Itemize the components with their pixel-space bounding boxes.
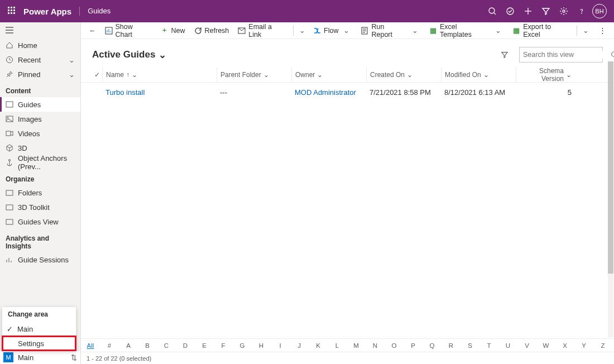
run-report-button[interactable]: Run Report⌄ — [357, 23, 424, 39]
email-link-button[interactable]: Email a Link — [234, 23, 290, 39]
sidebar-item-guides-view[interactable]: Guides View — [0, 214, 80, 229]
cell-folder: --- — [217, 88, 291, 97]
sidebar-item-object-anchors[interactable]: Object Anchors (Prev... — [0, 155, 80, 170]
alpha-letter[interactable]: X — [555, 342, 574, 349]
alpha-letter[interactable]: Y — [574, 342, 593, 349]
back-button[interactable]: ← — [85, 23, 99, 39]
svg-rect-11 — [6, 102, 13, 107]
alpha-letter[interactable]: E — [195, 342, 214, 349]
scrollbar[interactable] — [608, 61, 613, 337]
column-header-owner[interactable]: Owner ⌄ — [291, 67, 366, 82]
alpha-letter[interactable]: D — [176, 342, 195, 349]
table-row[interactable]: Turbo install --- MOD Administrator 7/21… — [81, 83, 614, 102]
open-filter-icon[interactable] — [497, 47, 512, 63]
column-header-schema[interactable]: Schema Version ⌄ — [516, 67, 588, 82]
clock-icon — [6, 56, 13, 64]
more-icon: ⋮ — [599, 26, 606, 35]
video-icon — [6, 130, 13, 137]
sidebar-item-3d-toolkit[interactable]: 3D Toolkit — [0, 200, 80, 214]
change-area-header: Change area — [2, 307, 76, 322]
alpha-letter[interactable]: K — [309, 342, 328, 349]
svg-point-6 — [582, 13, 582, 13]
alpha-letter[interactable]: J — [290, 342, 309, 349]
app-launcher-icon[interactable] — [8, 7, 17, 16]
alpha-letter[interactable]: W — [536, 342, 555, 349]
sidebar-item-images[interactable]: Images — [0, 112, 80, 126]
alpha-letter[interactable]: T — [479, 342, 498, 349]
sidebar-item-folders[interactable]: Folders — [0, 185, 80, 200]
area-badge: M — [3, 352, 13, 362]
sidebar: Home Recent ⌄ Pinned ⌄ Content Guides Im… — [0, 22, 81, 364]
cell-owner[interactable]: MOD Administrator — [291, 88, 366, 97]
cube-icon — [6, 144, 13, 152]
area-switcher[interactable]: M Main ⇅ — [0, 351, 80, 364]
alpha-letter[interactable]: Z — [593, 342, 612, 349]
alpha-all[interactable]: All — [81, 342, 100, 349]
flow-button[interactable]: Flow⌄ — [310, 23, 355, 39]
area-option-settings[interactable]: Settings — [2, 336, 76, 351]
cell-name[interactable]: Turbo install — [102, 88, 217, 97]
refresh-button[interactable]: Refresh — [191, 23, 233, 39]
export-excel-button[interactable]: ▦Export to Excel — [509, 23, 573, 39]
alpha-letter[interactable]: I — [271, 342, 290, 349]
user-avatar[interactable]: BH — [591, 2, 608, 20]
column-header-created[interactable]: Created On ⌄ — [366, 67, 441, 82]
cell-modified: 8/12/2021 6:13 AM — [441, 88, 516, 97]
sidebar-item-guides[interactable]: Guides — [0, 97, 80, 112]
alpha-letter[interactable]: G — [233, 342, 252, 349]
help-icon[interactable] — [573, 2, 591, 20]
email-link-split[interactable]: ⌄ — [297, 26, 308, 35]
search-input[interactable] — [523, 51, 611, 59]
plus-icon: ＋ — [161, 27, 169, 35]
sidebar-item-pinned[interactable]: Pinned ⌄ — [0, 67, 80, 82]
alpha-letter[interactable]: B — [138, 342, 157, 349]
alpha-letter[interactable]: # — [100, 342, 119, 349]
more-commands-button[interactable]: ⋮ — [596, 23, 610, 39]
column-header-name[interactable]: Name ↑ ⌄ — [102, 67, 217, 82]
show-chart-button[interactable]: Show Chart — [102, 23, 155, 39]
sidebar-item-guide-sessions[interactable]: Guide Sessions — [0, 252, 80, 267]
column-header-parent-folder[interactable]: Parent Folder ⌄ — [217, 67, 291, 82]
area-option-main[interactable]: ✓ Main — [2, 322, 76, 336]
alpha-letter[interactable]: C — [157, 342, 176, 349]
hamburger-icon[interactable] — [0, 22, 80, 38]
alpha-letter[interactable]: L — [328, 342, 347, 349]
updown-icon: ⇅ — [71, 353, 77, 362]
alpha-letter[interactable]: Q — [423, 342, 442, 349]
column-header-modified[interactable]: Modified On ⌄ — [441, 67, 516, 82]
alpha-letter[interactable]: R — [442, 342, 461, 349]
add-icon[interactable] — [519, 2, 537, 20]
alpha-letter[interactable]: M — [347, 342, 366, 349]
sidebar-item-recent[interactable]: Recent ⌄ — [0, 52, 80, 67]
search-icon[interactable] — [483, 2, 501, 20]
assist-icon[interactable] — [501, 2, 519, 20]
alpha-letter[interactable]: V — [517, 342, 536, 349]
alpha-letter[interactable]: F — [214, 342, 233, 349]
flow-icon — [313, 27, 321, 35]
alpha-letter[interactable]: H — [252, 342, 271, 349]
folder-icon — [6, 218, 13, 226]
alpha-index: All # A B C D E F G H I J K L M N O P Q … — [81, 338, 614, 352]
alpha-letter[interactable]: P — [404, 342, 423, 349]
alpha-letter[interactable]: U — [498, 342, 517, 349]
search-icon[interactable] — [611, 51, 614, 59]
search-view-input[interactable] — [519, 47, 603, 63]
svg-point-2 — [507, 8, 514, 15]
new-button[interactable]: ＋New — [157, 23, 189, 39]
filter-icon[interactable] — [537, 2, 555, 20]
alpha-letter[interactable]: O — [385, 342, 404, 349]
svg-point-22 — [612, 52, 614, 57]
alpha-letter[interactable]: N — [366, 342, 385, 349]
sidebar-item-home[interactable]: Home — [0, 38, 80, 52]
chevron-down-icon: ⌄ — [410, 26, 420, 35]
sidebar-item-videos[interactable]: Videos — [0, 126, 80, 141]
select-all-checkbox[interactable]: ✓ — [91, 67, 102, 82]
cell-schema: 5 — [516, 88, 588, 97]
alpha-letter[interactable]: S — [461, 342, 479, 349]
sidebar-item-3d[interactable]: 3D — [0, 141, 80, 155]
excel-templates-button[interactable]: ▦Excel Templates⌄ — [426, 23, 507, 39]
gear-icon[interactable] — [555, 2, 573, 20]
alpha-letter[interactable]: A — [119, 342, 138, 349]
export-excel-split[interactable]: ⌄ — [581, 26, 591, 35]
view-selector[interactable]: Active Guides⌄ — [92, 49, 166, 61]
